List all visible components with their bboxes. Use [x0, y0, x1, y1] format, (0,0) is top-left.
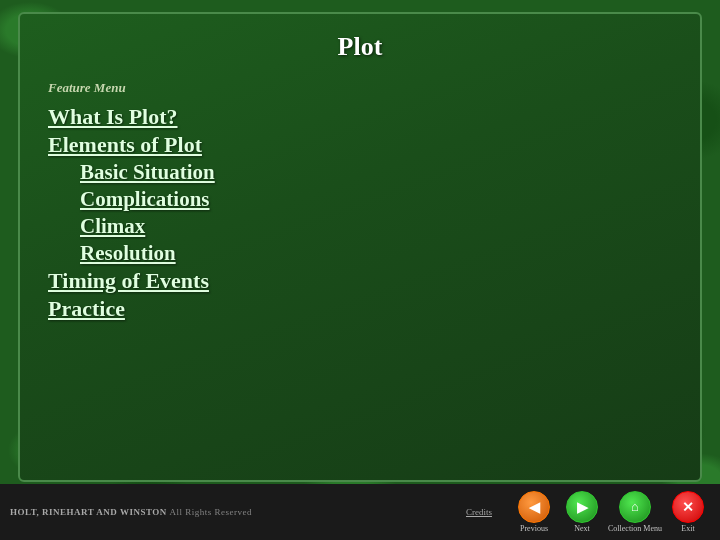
previous-button[interactable]: ◀ Previous [512, 491, 556, 533]
rights-text: All Rights Reserved [169, 507, 252, 517]
publisher-name: HOLT, RINEHART AND WINSTON [10, 507, 169, 517]
menu-link-practice[interactable]: Practice [48, 296, 125, 322]
menu-link-basic-situation[interactable]: Basic Situation [80, 160, 215, 185]
next-label: Next [574, 525, 590, 533]
previous-label: Previous [520, 525, 548, 533]
slide-title: Plot [48, 32, 672, 62]
menu-item-elements-of-plot: Elements of Plot [48, 132, 672, 158]
menu-list: What Is Plot?Elements of PlotBasic Situa… [48, 104, 672, 322]
menu-item-complications: Complications [48, 187, 672, 212]
next-arrow-icon: ▶ [577, 499, 588, 516]
menu-link-complications[interactable]: Complications [80, 187, 210, 212]
slide-card: Plot Feature Menu What Is Plot?Elements … [18, 12, 702, 482]
menu-item-basic-situation: Basic Situation [48, 160, 672, 185]
menu-item-practice: Practice [48, 296, 672, 322]
menu-link-elements-of-plot[interactable]: Elements of Plot [48, 132, 202, 158]
exit-button-circle: ✕ [672, 491, 704, 523]
credits-link[interactable]: Credits [466, 507, 492, 517]
x-icon: ✕ [682, 499, 694, 516]
home-icon: ⌂ [631, 499, 639, 515]
menu-item-timing-of-events: Timing of Events [48, 268, 672, 294]
exit-label: Exit [681, 525, 694, 533]
menu-link-what-is-plot[interactable]: What Is Plot? [48, 104, 178, 130]
previous-button-circle: ◀ [518, 491, 550, 523]
menu-item-climax: Climax [48, 214, 672, 239]
publisher-text: HOLT, RINEHART AND WINSTON All Rights Re… [10, 507, 466, 517]
menu-link-climax[interactable]: Climax [80, 214, 145, 239]
menu-item-resolution: Resolution [48, 241, 672, 266]
exit-button[interactable]: ✕ Exit [666, 491, 710, 533]
menu-link-timing-of-events[interactable]: Timing of Events [48, 268, 209, 294]
menu-item-what-is-plot: What Is Plot? [48, 104, 672, 130]
collection-menu-circle: ⌂ [619, 491, 651, 523]
collection-menu-button[interactable]: ⌂ Collection Menu [608, 491, 662, 533]
next-button-circle: ▶ [566, 491, 598, 523]
menu-link-resolution[interactable]: Resolution [80, 241, 176, 266]
next-button[interactable]: ▶ Next [560, 491, 604, 533]
nav-buttons: ◀ Previous ▶ Next ⌂ Collection Menu ✕ Ex… [512, 491, 710, 533]
feature-menu-label: Feature Menu [48, 80, 672, 96]
previous-arrow-icon: ◀ [529, 499, 540, 516]
collection-menu-label: Collection Menu [608, 525, 662, 533]
bottom-bar: HOLT, RINEHART AND WINSTON All Rights Re… [0, 484, 720, 540]
